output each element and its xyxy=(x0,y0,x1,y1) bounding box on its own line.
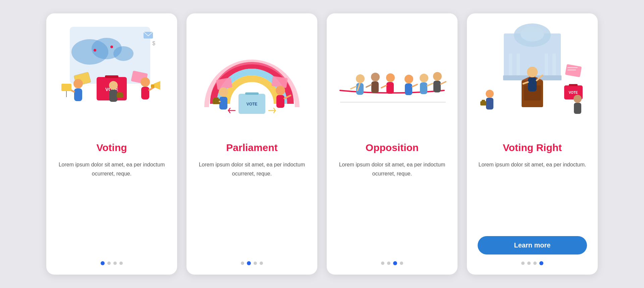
dot-3 xyxy=(254,262,257,265)
svg-rect-46 xyxy=(371,81,379,93)
svg-rect-84 xyxy=(480,101,486,105)
opposition-text: Lorem ipsum dolor sit amet, ea per indoc… xyxy=(337,160,447,255)
svg-line-59 xyxy=(441,82,446,84)
opposition-illustration xyxy=(327,13,458,134)
svg-point-41 xyxy=(356,74,365,83)
svg-rect-15 xyxy=(61,84,71,91)
svg-marker-20 xyxy=(154,81,160,90)
svg-point-82 xyxy=(486,90,494,98)
card-voting-right: VOTE Voting Right Lorem ipsum dolor sit … xyxy=(467,13,598,275)
svg-rect-55 xyxy=(405,83,412,95)
svg-rect-18 xyxy=(141,87,149,99)
dot-3 xyxy=(533,262,537,265)
dot-2 xyxy=(107,262,111,265)
svg-rect-30 xyxy=(245,92,259,95)
voting-right-dots xyxy=(521,261,543,265)
svg-line-44 xyxy=(351,86,356,89)
dot-3 xyxy=(113,262,117,265)
voting-dots xyxy=(101,261,123,265)
svg-point-48 xyxy=(386,73,395,82)
svg-point-3 xyxy=(113,46,133,61)
voting-right-card-content: Voting Right Lorem ipsum dolor sit amet,… xyxy=(467,134,598,275)
parliament-card-content: Parliament Lorem ipsum dolor sit amet, e… xyxy=(186,134,317,275)
dot-2 xyxy=(247,261,251,265)
svg-rect-8 xyxy=(105,75,118,78)
svg-rect-66 xyxy=(545,54,548,77)
dot-1 xyxy=(101,261,105,265)
voting-card-content: Voting Lorem ipsum dolor sit amet, ea pe… xyxy=(46,134,177,275)
svg-point-86 xyxy=(574,95,582,103)
svg-rect-34 xyxy=(219,97,227,110)
dot-2 xyxy=(387,262,390,265)
svg-rect-49 xyxy=(386,82,394,94)
dot-4 xyxy=(260,262,263,265)
parliament-dots xyxy=(241,261,263,265)
dot-4 xyxy=(539,261,543,265)
svg-rect-78 xyxy=(569,84,578,86)
svg-rect-64 xyxy=(509,54,512,77)
svg-point-17 xyxy=(141,77,150,87)
svg-point-4 xyxy=(94,49,96,52)
svg-rect-25 xyxy=(109,90,117,102)
voting-text: Lorem ipsum dolor sit amet, ea per indoc… xyxy=(57,160,166,255)
voting-right-illustration: VOTE xyxy=(467,13,598,134)
svg-rect-26 xyxy=(117,93,123,98)
dot-2 xyxy=(527,262,531,265)
svg-rect-27 xyxy=(118,92,122,94)
dot-4 xyxy=(400,262,403,265)
parliament-title: Parliament xyxy=(226,142,277,153)
svg-point-51 xyxy=(420,74,428,82)
opposition-title: Opposition xyxy=(366,142,419,153)
svg-rect-79 xyxy=(565,64,582,77)
parliament-illustration: VOTE xyxy=(186,13,317,134)
svg-rect-36 xyxy=(214,97,219,99)
svg-line-47 xyxy=(366,85,371,87)
svg-line-56 xyxy=(412,84,417,87)
svg-rect-13 xyxy=(74,88,82,101)
svg-rect-65 xyxy=(517,54,520,77)
svg-rect-85 xyxy=(482,100,485,101)
svg-point-63 xyxy=(521,27,544,42)
svg-rect-83 xyxy=(486,98,493,110)
voting-illustration: VOTE xyxy=(46,13,177,134)
dot-1 xyxy=(241,262,244,265)
svg-rect-58 xyxy=(433,81,441,92)
dot-4 xyxy=(119,262,123,265)
svg-point-33 xyxy=(219,87,228,97)
svg-point-5 xyxy=(110,46,113,48)
svg-rect-21 xyxy=(151,84,154,88)
svg-text:$: $ xyxy=(152,41,155,46)
svg-rect-73 xyxy=(528,77,537,91)
opposition-card-content: Opposition Lorem ipsum dolor sit amet, e… xyxy=(327,134,458,275)
svg-point-38 xyxy=(276,86,285,95)
svg-point-12 xyxy=(73,79,83,88)
svg-point-72 xyxy=(527,67,538,77)
svg-rect-39 xyxy=(276,95,284,108)
svg-point-57 xyxy=(433,72,442,81)
svg-line-50 xyxy=(381,85,386,88)
svg-point-45 xyxy=(371,73,380,81)
dot-3 xyxy=(393,261,397,265)
learn-more-button[interactable]: Learn more xyxy=(478,236,587,255)
card-voting: VOTE xyxy=(46,13,177,275)
svg-text:VOTE: VOTE xyxy=(569,91,578,94)
card-parliament: VOTE xyxy=(186,13,317,275)
dot-1 xyxy=(521,262,525,265)
svg-rect-52 xyxy=(420,82,427,94)
svg-line-53 xyxy=(427,83,433,86)
parliament-text: Lorem ipsum dolor sit amet, ea per indoc… xyxy=(197,160,307,255)
voting-right-title: Voting Right xyxy=(503,142,562,153)
opposition-dots xyxy=(381,261,403,265)
svg-point-54 xyxy=(405,75,413,83)
voting-title: Voting xyxy=(96,142,127,153)
cards-container: VOTE xyxy=(46,13,598,275)
voting-right-text: Lorem ipsum dolor sit amet, ea per indoc… xyxy=(478,160,586,233)
dot-1 xyxy=(381,262,384,265)
card-opposition: Opposition Lorem ipsum dolor sit amet, e… xyxy=(327,13,458,275)
svg-rect-67 xyxy=(552,54,556,77)
svg-text:VOTE: VOTE xyxy=(247,102,258,106)
svg-rect-87 xyxy=(574,103,581,114)
svg-point-24 xyxy=(109,81,118,90)
